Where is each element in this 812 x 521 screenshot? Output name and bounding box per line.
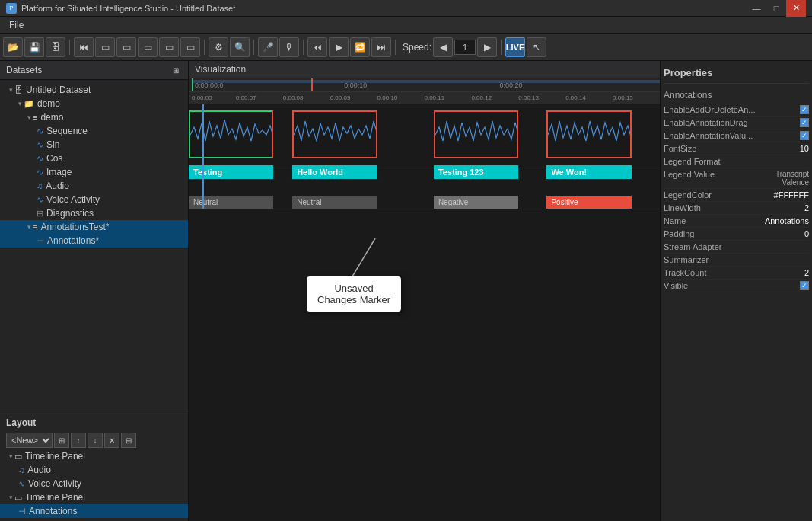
prop-label: LegendColor (664, 190, 774, 200)
annotations-subheader: Annotations (664, 88, 809, 104)
ann-box-wewon[interactable]: We Won! Positive (546, 165, 631, 209)
datasets-icon1[interactable]: ⊞ (170, 64, 182, 76)
tb-skip-back-button[interactable]: ⏮ (307, 37, 327, 57)
tb-play-button[interactable]: ▶ (329, 37, 349, 57)
minimize-button[interactable]: — (747, 0, 766, 17)
callout-line1: Unsaved (317, 283, 390, 294)
layout-tree-annotations[interactable]: ⊣ Annotations (0, 504, 188, 518)
speed-label: Speed: (403, 42, 431, 53)
tree-item-image[interactable]: ∿ Image (0, 165, 188, 179)
tb-mic2-button[interactable]: 🎙 (279, 37, 299, 57)
prop-checkbox-enable-val[interactable] (800, 131, 809, 140)
layout-add-button[interactable]: ⊞ (54, 433, 69, 448)
ann-box-testing[interactable]: Testing Neutral (189, 165, 273, 209)
ann-sublabel-testing123: Negative (434, 196, 518, 209)
tree-item-annotations-test[interactable]: ▾ ≡ AnnotationsTest* (0, 220, 188, 234)
tb-zoom-button[interactable]: 🔍 (230, 37, 250, 57)
layout-tree-timeline1[interactable]: ▾ ▭ Timeline Panel (0, 449, 188, 463)
ann-label-helloworld: Hello World (292, 165, 377, 179)
ann-box-helloworld[interactable]: Hello World Neutral (292, 165, 377, 209)
live-button[interactable]: LIVE (505, 37, 525, 57)
viz-header: Visualization (189, 61, 660, 78)
tree-item-annotations[interactable]: ⊣ Annotations* (0, 234, 188, 248)
tree-item-sequence[interactable]: ∿ Sequence (0, 124, 188, 138)
tree-item-demo-group[interactable]: ▾ 📁 demo (0, 97, 188, 110)
prop-fontsize: FontSize 10 (664, 142, 809, 155)
expand-arrow: ▾ (9, 86, 13, 94)
tb-open-button[interactable]: 📂 (3, 37, 23, 57)
speed-up-button[interactable]: ▶ (477, 37, 497, 57)
close-button[interactable]: ✕ (786, 0, 806, 17)
tb-settings-button[interactable]: ⚙ (209, 37, 228, 57)
layout-section: Layout <New> ⊞ ↑ ↓ ✕ ⊟ ▾ ▭ Timeline Pane… (0, 411, 188, 521)
tree-label: Sin (46, 139, 59, 150)
drul-8: 0:00:14 (565, 94, 586, 101)
tree-item-diagnostics[interactable]: ⊞ Diagnostics (0, 206, 188, 220)
tb-cursor-button[interactable]: ↖ (527, 37, 546, 57)
tree-item-audio[interactable]: ♫ Audio (0, 179, 188, 193)
layout-down-button[interactable]: ↓ (88, 433, 103, 448)
timeline-area[interactable]: 0:00:00.0 0:00:10 0:00:20 0:00:05 0:00:0… (189, 78, 660, 521)
tree-item-voice-activity[interactable]: ∿ Voice Activity (0, 193, 188, 206)
ann-box-testing123[interactable]: Testing 123 Negative (434, 165, 518, 209)
layout-del-button[interactable]: ✕ (104, 433, 119, 448)
layout-grid-button[interactable]: ⊟ (121, 433, 136, 448)
waveform-svg4 (548, 112, 629, 157)
expand-arrow: ▾ (9, 494, 13, 501)
tree-item-sin[interactable]: ∿ Sin (0, 138, 188, 152)
callout-arrow (352, 238, 444, 276)
callout-line2: Changes Marker (317, 294, 390, 305)
tree-item-untitled-dataset[interactable]: ▾ 🗄 Untitled Dataset (0, 83, 188, 97)
prop-value: Annotations (765, 216, 809, 225)
tb-saveas-button[interactable]: 🗄 (46, 37, 65, 57)
tb-rect2-button[interactable]: ▭ (116, 37, 136, 57)
prop-label: EnableAnnotationValu... (664, 131, 800, 140)
tree-item-demo-sub[interactable]: ▾ ≡ demo (0, 110, 188, 124)
layout-toolbar: <New> ⊞ ↑ ↓ ✕ ⊟ (0, 431, 188, 449)
tb-skip-fwd-button[interactable]: ⏭ (371, 37, 391, 57)
tree-label: Cos (46, 153, 62, 164)
tb-rect3-button[interactable]: ▭ (138, 37, 158, 57)
tb-save-button[interactable]: 💾 (24, 37, 44, 57)
wave-icon: ∿ (37, 140, 43, 150)
tb-back-button[interactable]: ⏮ (74, 37, 94, 57)
tree-label: Image (46, 167, 72, 177)
playhead-ann (202, 165, 204, 209)
prop-label: Visible (664, 281, 800, 290)
maximize-button[interactable]: □ (766, 0, 786, 17)
prop-checkbox-enable-drag[interactable] (800, 118, 809, 127)
prop-label: LineWidth (664, 203, 779, 213)
callout-box: Unsaved Changes Marker (307, 276, 401, 312)
drul-7: 0:00:13 (518, 94, 539, 101)
tree-label: Sequence (46, 126, 88, 136)
expand-arrow: ▾ (9, 452, 13, 460)
tb-rect4-button[interactable]: ▭ (159, 37, 179, 57)
layout-tree-voice-activity[interactable]: ∿ Voice Activity (0, 477, 188, 491)
tree-item-cos[interactable]: ∿ Cos (0, 152, 188, 165)
menu-file[interactable]: File (3, 18, 30, 32)
prop-checkbox-enable-add[interactable] (800, 105, 809, 114)
tree-label: demo (37, 98, 60, 109)
layout-tree-audio[interactable]: ♫ Audio (0, 463, 188, 477)
waveform-track (189, 104, 660, 165)
tb-rect5-button[interactable]: ▭ (180, 37, 200, 57)
prop-legend-color: LegendColor #FFFFFF (664, 189, 809, 202)
audio-icon: ♫ (18, 465, 24, 475)
tb-mic-button[interactable]: 🎤 (258, 37, 278, 57)
tb-rect-button[interactable]: ▭ (95, 37, 115, 57)
tree-label: Audio (27, 465, 51, 475)
layout-new-select[interactable]: <New> (6, 433, 53, 448)
app-icon: P (6, 3, 17, 14)
prop-label: Legend Format (664, 157, 779, 166)
speed-input[interactable]: 1 (454, 40, 476, 55)
tb-loop-button[interactable]: 🔁 (350, 37, 370, 57)
speed-down-button[interactable]: ◀ (433, 37, 453, 57)
layout-up-button[interactable]: ↑ (71, 433, 86, 448)
tb-sep6 (501, 40, 502, 55)
ann-sublabel-wewon: Positive (546, 196, 631, 209)
properties-panel: Properties Annotations EnableAddOrDelete… (660, 61, 812, 521)
prop-stream-adapter: Stream Adapter (664, 241, 809, 254)
layout-tree-timeline2[interactable]: ▾ ▭ Timeline Panel (0, 491, 188, 504)
tree-label: AnnotationsTest* (40, 222, 109, 232)
prop-checkbox-visible[interactable] (800, 281, 809, 290)
